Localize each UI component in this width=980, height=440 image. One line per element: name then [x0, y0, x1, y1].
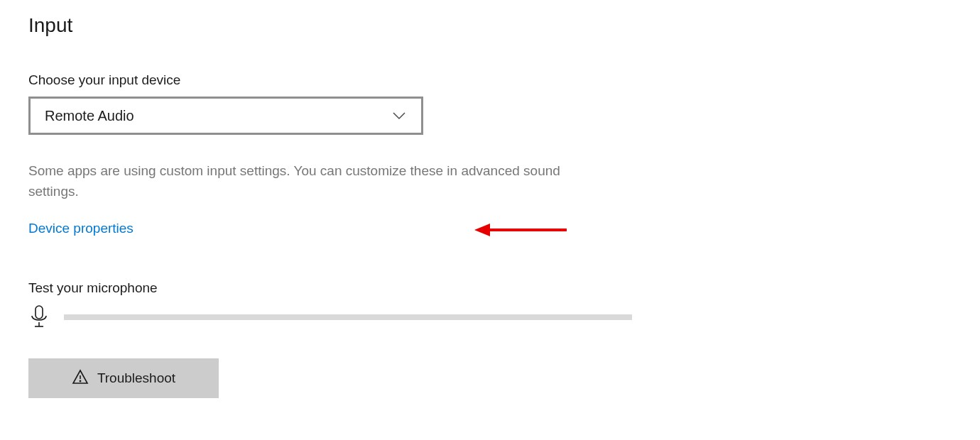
svg-point-6 [80, 381, 80, 382]
svg-rect-2 [36, 306, 43, 319]
input-device-label: Choose your input device [28, 72, 952, 88]
mic-test-label: Test your microphone [28, 280, 952, 296]
mic-level-meter [64, 314, 632, 320]
warning-icon [72, 368, 89, 387]
annotation-arrow-icon [474, 221, 567, 241]
chevron-down-icon [391, 108, 407, 123]
svg-marker-1 [474, 224, 490, 236]
input-device-dropdown[interactable]: Remote Audio [28, 97, 423, 135]
input-settings-helper-text: Some apps are using custom input setting… [28, 160, 582, 202]
troubleshoot-label: Troubleshoot [97, 370, 175, 386]
mic-test-row [28, 304, 952, 330]
microphone-icon [28, 304, 50, 330]
input-section-heading: Input [28, 14, 952, 37]
device-properties-link[interactable]: Device properties [28, 221, 134, 236]
troubleshoot-button[interactable]: Troubleshoot [28, 358, 219, 398]
input-device-selected: Remote Audio [45, 108, 134, 124]
